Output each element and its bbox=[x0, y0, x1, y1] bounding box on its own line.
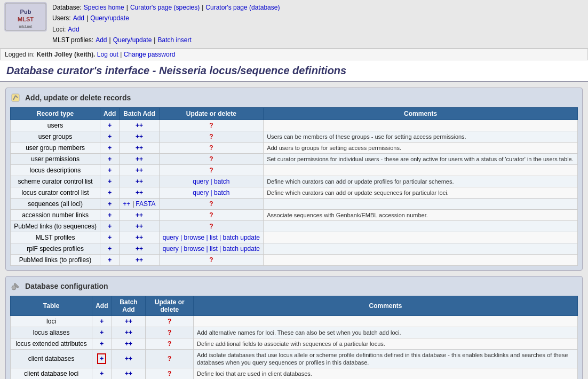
update-link[interactable]: browse bbox=[184, 234, 205, 241]
row-add[interactable]: + bbox=[100, 254, 120, 265]
add-link[interactable]: + bbox=[100, 340, 104, 348]
batch-add-link[interactable]: ++ bbox=[136, 211, 143, 219]
species-home-link[interactable]: Species home bbox=[84, 2, 124, 13]
row-update[interactable]: ? bbox=[159, 198, 264, 209]
batch-add-link[interactable]: ++ bbox=[136, 122, 143, 129]
row-update[interactable]: ? bbox=[159, 142, 264, 153]
row-add[interactable]: + bbox=[92, 368, 112, 379]
row-update[interactable]: query | browse | list | batch update bbox=[159, 232, 264, 243]
row-add[interactable]: + bbox=[100, 187, 120, 198]
update-link[interactable]: browse bbox=[184, 245, 205, 252]
update-link[interactable]: batch update bbox=[223, 234, 260, 241]
update-link[interactable]: ? bbox=[168, 318, 171, 325]
update-link[interactable]: batch bbox=[214, 178, 229, 185]
row-batch[interactable]: ++ bbox=[120, 187, 159, 198]
add-link[interactable]: + bbox=[108, 122, 112, 129]
row-add[interactable]: + bbox=[100, 153, 120, 164]
batch-add-link[interactable]: ++ bbox=[125, 340, 132, 348]
update-link[interactable]: list bbox=[210, 245, 218, 252]
row-update[interactable]: ? bbox=[146, 349, 194, 368]
update-link[interactable]: list bbox=[210, 234, 218, 241]
row-batch[interactable]: ++ | FASTA bbox=[120, 198, 159, 209]
row-batch[interactable]: ++ bbox=[112, 349, 146, 368]
add-link[interactable]: + bbox=[100, 370, 104, 377]
row-update[interactable]: query | batch bbox=[159, 176, 264, 187]
logout-link[interactable]: Log out bbox=[97, 51, 118, 58]
update-link[interactable]: ? bbox=[209, 122, 213, 129]
row-batch[interactable]: ++ bbox=[120, 232, 159, 243]
update-link[interactable]: ? bbox=[168, 355, 171, 362]
users-add-link[interactable]: Add bbox=[73, 13, 84, 23]
row-add[interactable]: + bbox=[100, 164, 120, 176]
row-batch[interactable]: ++ bbox=[112, 338, 146, 349]
update-link[interactable]: ? bbox=[209, 211, 213, 219]
batch-add-link[interactable]: ++ bbox=[125, 329, 132, 336]
row-update[interactable]: ? bbox=[159, 153, 264, 164]
add-link[interactable]: + bbox=[108, 133, 112, 140]
update-link[interactable]: ? bbox=[209, 256, 213, 264]
add-link[interactable]: + bbox=[108, 167, 112, 174]
batch-add-link[interactable]: ++ bbox=[123, 200, 131, 208]
row-add[interactable]: + bbox=[92, 338, 112, 349]
add-link[interactable]: + bbox=[108, 155, 112, 163]
add-link[interactable]: + bbox=[108, 144, 112, 152]
change-password-link[interactable]: Change password bbox=[124, 51, 176, 58]
batch-add-link[interactable]: ++ bbox=[136, 234, 143, 241]
row-update[interactable]: query | browse | list | batch update bbox=[159, 243, 264, 254]
add-link[interactable]: + bbox=[108, 200, 112, 208]
batch-add-link[interactable]: ++ bbox=[136, 144, 143, 152]
add-link[interactable]: + bbox=[108, 256, 112, 264]
row-batch[interactable]: ++ bbox=[120, 164, 159, 176]
update-link[interactable]: ? bbox=[168, 340, 171, 348]
row-add[interactable]: + bbox=[100, 209, 120, 220]
update-link[interactable]: ? bbox=[168, 329, 171, 336]
row-add[interactable]: + bbox=[100, 142, 120, 153]
row-update[interactable]: ? bbox=[159, 120, 264, 131]
curators-page-species-link[interactable]: Curator's page (species) bbox=[130, 2, 200, 13]
row-batch[interactable]: ++ bbox=[120, 254, 159, 265]
add-link[interactable]: + bbox=[108, 223, 112, 230]
row-batch[interactable]: ++ bbox=[120, 131, 159, 142]
curators-page-database-link[interactable]: Curator's page (database) bbox=[205, 2, 280, 13]
row-update[interactable]: ? bbox=[159, 131, 264, 142]
row-update[interactable]: ? bbox=[159, 209, 264, 220]
add-link[interactable]: + bbox=[108, 245, 112, 252]
update-link[interactable]: ? bbox=[209, 144, 213, 152]
row-batch[interactable]: ++ bbox=[120, 153, 159, 164]
update-link[interactable]: ? bbox=[209, 167, 213, 174]
row-update[interactable]: ? bbox=[159, 164, 264, 176]
batch-add-link[interactable]: ++ bbox=[136, 167, 143, 174]
batch-add-link[interactable]: ++ bbox=[136, 133, 143, 140]
batch-add-link[interactable]: ++ bbox=[125, 355, 132, 362]
update-link[interactable]: ? bbox=[209, 155, 213, 163]
batch-add-link[interactable]: ++ bbox=[136, 178, 143, 185]
row-batch[interactable]: ++ bbox=[120, 243, 159, 254]
batch-add-link[interactable]: ++ bbox=[136, 223, 143, 230]
row-batch[interactable]: ++ bbox=[120, 176, 159, 187]
update-link[interactable]: batch update bbox=[223, 245, 260, 252]
mlst-query-update-link[interactable]: Query/update bbox=[113, 35, 152, 45]
update-link[interactable]: ? bbox=[209, 133, 213, 140]
batch-add-link[interactable]: ++ bbox=[136, 155, 143, 163]
row-update[interactable]: ? bbox=[146, 368, 194, 379]
update-link[interactable]: query bbox=[193, 178, 209, 185]
add-link[interactable]: + bbox=[108, 234, 112, 241]
batch-add-link[interactable]: ++ bbox=[125, 370, 132, 377]
row-add[interactable]: + bbox=[92, 327, 112, 338]
row-add[interactable]: + bbox=[92, 349, 112, 368]
loci-add-link[interactable]: Add bbox=[68, 24, 79, 35]
row-batch[interactable]: ++ bbox=[120, 120, 159, 131]
update-link[interactable]: ? bbox=[168, 370, 171, 377]
update-link[interactable]: batch bbox=[214, 189, 229, 196]
row-update[interactable]: query | batch bbox=[159, 187, 264, 198]
row-update[interactable]: ? bbox=[146, 315, 194, 327]
row-batch[interactable]: ++ bbox=[112, 315, 146, 327]
update-link[interactable]: ? bbox=[209, 223, 213, 230]
batch-add-link[interactable]: ++ bbox=[125, 318, 132, 325]
batch-add-link[interactable]: ++ bbox=[136, 189, 143, 196]
add-link[interactable]: + bbox=[108, 211, 112, 219]
mlst-batch-insert-link[interactable]: Batch insert bbox=[157, 35, 191, 45]
batch-add-link[interactable]: ++ bbox=[136, 245, 143, 252]
batch-add-link[interactable]: ++ bbox=[136, 256, 143, 264]
mlst-add-link[interactable]: Add bbox=[96, 35, 107, 45]
